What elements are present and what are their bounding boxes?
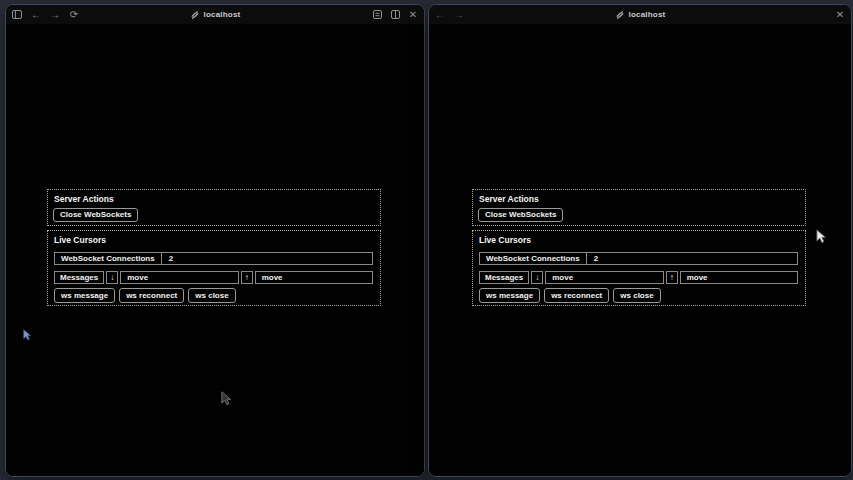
connections-row: WebSocket Connections 2 xyxy=(54,252,373,265)
forward-icon[interactable]: → xyxy=(50,10,60,20)
toolbar-left-group: ← → ⟳ xyxy=(12,10,79,20)
arrow-down-icon: ↓ xyxy=(106,271,118,284)
sidebar-icon[interactable] xyxy=(12,10,22,20)
link-icon xyxy=(190,10,200,20)
reload-icon[interactable]: ⟳ xyxy=(69,10,79,20)
messages-row: Messages ↓ move ↑ move xyxy=(479,271,798,284)
browser-window-left: ← → ⟳ localhost ✕ Server Actions Close W… xyxy=(5,4,425,477)
ws-reconnect-button[interactable]: ws reconnect xyxy=(119,288,184,303)
connections-label: WebSocket Connections xyxy=(480,253,587,264)
section-title: Live Cursors xyxy=(479,235,531,245)
url-text[interactable]: localhost xyxy=(629,10,666,19)
browser-window-right: ← → localhost ✕ Server Actions Close Web… xyxy=(428,4,852,477)
live-cursors-section: Live Cursors WebSocket Connections 2 Mes… xyxy=(472,230,806,306)
split-view-icon[interactable] xyxy=(390,10,400,20)
ws-buttons-row: ws message ws reconnect ws close xyxy=(479,288,661,303)
ws-close-button[interactable]: ws close xyxy=(613,288,660,303)
ws-message-button[interactable]: ws message xyxy=(479,288,540,303)
arrow-up-icon: ↑ xyxy=(241,271,253,284)
received-message: move xyxy=(120,271,238,284)
ws-message-button[interactable]: ws message xyxy=(54,288,115,303)
server-actions-section: Server Actions Close WebSockets xyxy=(47,189,381,226)
back-icon[interactable]: ← xyxy=(31,10,41,20)
live-cursors-section: Live Cursors WebSocket Connections 2 Mes… xyxy=(47,230,381,306)
arrow-up-icon: ↑ xyxy=(666,271,678,284)
close-icon[interactable]: ✕ xyxy=(835,10,845,20)
server-actions-section: Server Actions Close WebSockets xyxy=(472,189,806,226)
messages-row: Messages ↓ move ↑ move xyxy=(54,271,373,284)
received-message: move xyxy=(545,271,663,284)
page-content: Server Actions Close WebSockets Live Cur… xyxy=(6,24,424,476)
ws-reconnect-button[interactable]: ws reconnect xyxy=(544,288,609,303)
connections-label: WebSocket Connections xyxy=(55,253,162,264)
connections-count: 2 xyxy=(587,253,797,264)
reader-icon[interactable] xyxy=(372,10,382,20)
ws-buttons-row: ws message ws reconnect ws close xyxy=(54,288,236,303)
link-icon xyxy=(615,10,625,20)
ws-close-button[interactable]: ws close xyxy=(188,288,235,303)
forward-icon[interactable]: → xyxy=(454,10,464,20)
sent-message: move xyxy=(680,271,798,284)
section-title: Server Actions xyxy=(479,194,539,204)
arrow-down-icon: ↓ xyxy=(531,271,543,284)
toolbar-right-group: ✕ xyxy=(372,10,418,20)
section-title: Server Actions xyxy=(54,194,114,204)
url-text[interactable]: localhost xyxy=(204,10,241,19)
back-icon[interactable]: ← xyxy=(435,10,445,20)
close-icon[interactable]: ✕ xyxy=(408,10,418,20)
connections-count: 2 xyxy=(162,253,372,264)
messages-label: Messages xyxy=(54,271,104,284)
browser-toolbar: ← → ⟳ localhost ✕ xyxy=(6,5,424,24)
page-content: Server Actions Close WebSockets Live Cur… xyxy=(429,24,851,476)
messages-label: Messages xyxy=(479,271,529,284)
section-title: Live Cursors xyxy=(54,235,106,245)
toolbar-right-group: ✕ xyxy=(835,10,845,20)
toolbar-left-group: ← → xyxy=(435,10,464,20)
close-websockets-button[interactable]: Close WebSockets xyxy=(53,208,138,222)
address-bar[interactable]: localhost xyxy=(429,5,851,24)
sent-message: move xyxy=(255,271,373,284)
connections-row: WebSocket Connections 2 xyxy=(479,252,798,265)
browser-toolbar: ← → localhost ✕ xyxy=(429,5,851,24)
close-websockets-button[interactable]: Close WebSockets xyxy=(478,208,563,222)
